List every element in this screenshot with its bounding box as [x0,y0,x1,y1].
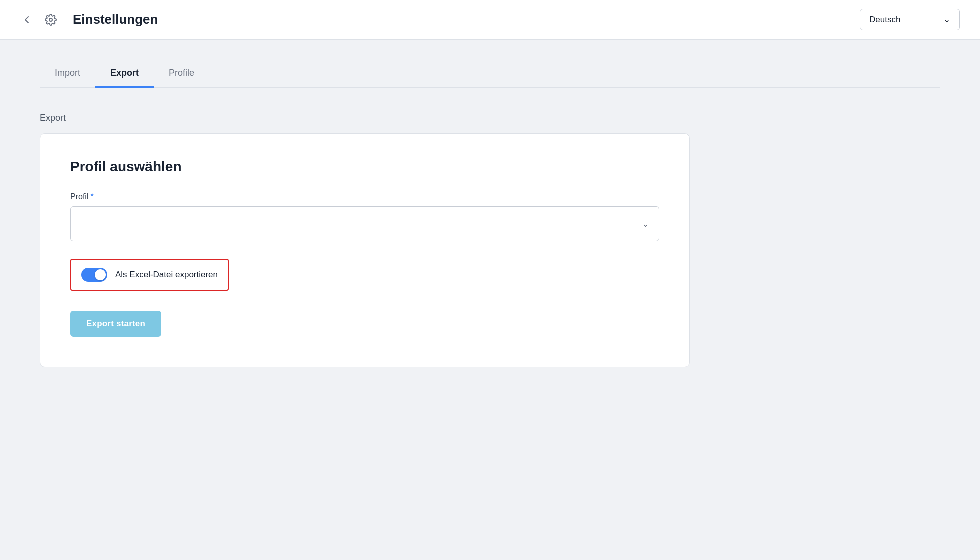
excel-export-toggle[interactable] [82,268,108,282]
export-card: Profil auswählen Profil * ⌄ Als Excel-Da… [40,134,690,368]
export-start-button[interactable]: Export starten [70,311,162,337]
svg-point-0 [50,18,52,22]
excel-export-toggle-row: Als Excel-Datei exportieren [70,259,229,291]
card-title: Profil auswählen [70,159,660,175]
profile-select[interactable] [70,206,660,242]
gear-icon[interactable] [44,13,58,27]
profile-label: Profil [70,192,88,202]
language-selector[interactable]: Deutsch ⌄ [860,9,960,30]
back-icon[interactable] [20,13,34,27]
tab-export[interactable]: Export [96,60,154,88]
chevron-down-icon: ⌄ [944,14,950,25]
tab-import[interactable]: Import [40,60,96,88]
excel-export-label: Als Excel-Datei exportieren [116,270,218,280]
tab-profile[interactable]: Profile [154,60,210,88]
profile-select-wrapper: ⌄ [70,206,660,242]
header: Einstellungen Deutsch ⌄ [0,0,980,40]
language-value: Deutsch [870,15,900,25]
required-indicator: * [90,192,94,202]
tabs-container: Import Export Profile [40,60,940,88]
section-title: Export [40,113,940,124]
page-title: Einstellungen [73,12,158,28]
